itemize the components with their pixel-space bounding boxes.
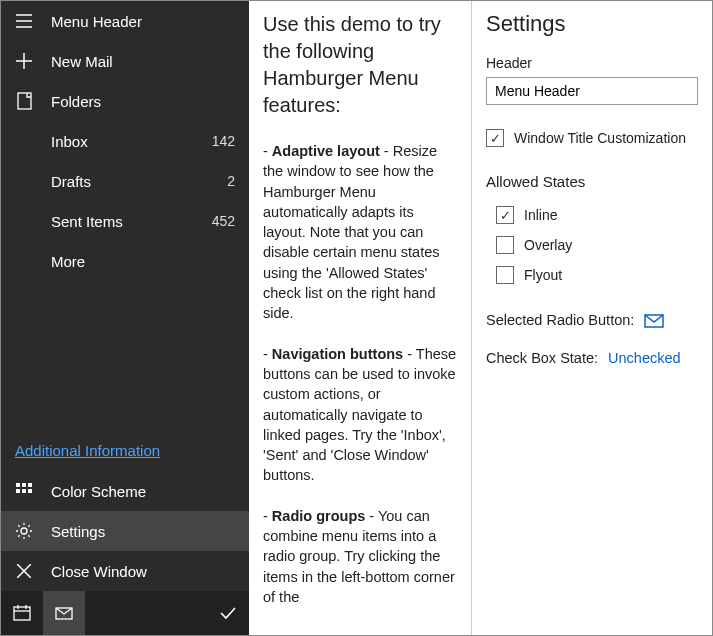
svg-rect-15 (14, 607, 30, 620)
content-pane: Use this demo to try the following Hambu… (249, 1, 472, 635)
folders-label: Folders (51, 93, 235, 110)
mail-icon (644, 314, 664, 328)
settings-button[interactable]: Settings (1, 511, 249, 551)
header-field-label: Header (486, 55, 698, 71)
checkbox-icon (486, 129, 504, 147)
folder-label: Inbox (51, 133, 212, 150)
color-scheme-button[interactable]: Color Scheme (1, 471, 249, 511)
checkbox-state-value: Unchecked (608, 350, 681, 366)
folder-label: More (51, 253, 235, 270)
menu-header-label: Menu Header (51, 13, 235, 30)
svg-rect-7 (22, 483, 26, 487)
allowed-states-header: Allowed States (486, 173, 698, 190)
content-title: Use this demo to try the following Hambu… (263, 11, 457, 119)
checkbox-icon (496, 236, 514, 254)
svg-point-12 (21, 528, 27, 534)
folder-drafts[interactable]: Drafts 2 (1, 161, 249, 201)
state-inline-checkbox[interactable]: Inline (496, 200, 698, 230)
gear-icon (15, 522, 33, 540)
settings-label: Settings (51, 523, 235, 540)
check-toggle[interactable] (207, 591, 249, 635)
content-p2: - Navigation buttons - These buttons can… (263, 344, 457, 486)
menu-header-row[interactable]: Menu Header (1, 1, 249, 41)
close-window-button[interactable]: Close Window (1, 551, 249, 591)
svg-rect-6 (16, 483, 20, 487)
folder-count: 452 (212, 213, 235, 229)
folder-list: Inbox 142 Drafts 2 Sent Items 452 More (1, 121, 249, 281)
folder-sent[interactable]: Sent Items 452 (1, 201, 249, 241)
hamburger-icon (15, 12, 33, 30)
new-mail-label: New Mail (51, 53, 235, 70)
checkbox-label: Flyout (524, 267, 562, 283)
window-title-checkbox[interactable]: Window Title Customization (486, 123, 698, 153)
checkbox-label: Inline (524, 207, 557, 223)
checkbox-icon (496, 206, 514, 224)
checkbox-label: Overlay (524, 237, 572, 253)
svg-rect-10 (22, 489, 26, 493)
grid-icon (15, 482, 33, 500)
checkbox-label: Window Title Customization (514, 130, 686, 146)
content-p1: - Adaptive layout - Resize the window to… (263, 141, 457, 324)
selected-radio-label: Selected Radio Button: (486, 312, 634, 328)
folder-count: 2 (227, 173, 235, 189)
calendar-radio[interactable] (1, 591, 43, 635)
svg-rect-11 (28, 489, 32, 493)
svg-rect-8 (28, 483, 32, 487)
close-window-label: Close Window (51, 563, 235, 580)
checkbox-state-row: Check Box State: Unchecked (486, 350, 698, 366)
bottom-bar (1, 591, 249, 635)
folder-label: Drafts (51, 173, 227, 190)
mail-radio[interactable] (43, 591, 85, 635)
color-scheme-label: Color Scheme (51, 483, 235, 500)
selected-radio-row: Selected Radio Button: (486, 312, 698, 328)
folder-count: 142 (212, 133, 235, 149)
checkbox-icon (496, 266, 514, 284)
sidebar: Menu Header New Mail Folders Inbox 142 (1, 1, 249, 635)
folder-icon (15, 92, 33, 110)
folder-label: Sent Items (51, 213, 212, 230)
header-input[interactable] (486, 77, 698, 105)
close-icon (15, 562, 33, 580)
folder-more[interactable]: More (1, 241, 249, 281)
plus-icon (15, 52, 33, 70)
checkbox-state-label: Check Box State: (486, 350, 598, 366)
svg-rect-9 (16, 489, 20, 493)
additional-info-link[interactable]: Additional Information (15, 442, 160, 459)
settings-pane: Settings Header Window Title Customizati… (472, 1, 712, 635)
new-mail-button[interactable]: New Mail (1, 41, 249, 81)
state-flyout-checkbox[interactable]: Flyout (496, 260, 698, 290)
settings-title: Settings (486, 11, 698, 37)
content-p3: - Radio groups - You can combine menu it… (263, 506, 457, 607)
folder-inbox[interactable]: Inbox 142 (1, 121, 249, 161)
svg-rect-5 (18, 93, 31, 109)
state-overlay-checkbox[interactable]: Overlay (496, 230, 698, 260)
additional-info-row: Additional Information (1, 430, 249, 471)
folders-button[interactable]: Folders (1, 81, 249, 121)
